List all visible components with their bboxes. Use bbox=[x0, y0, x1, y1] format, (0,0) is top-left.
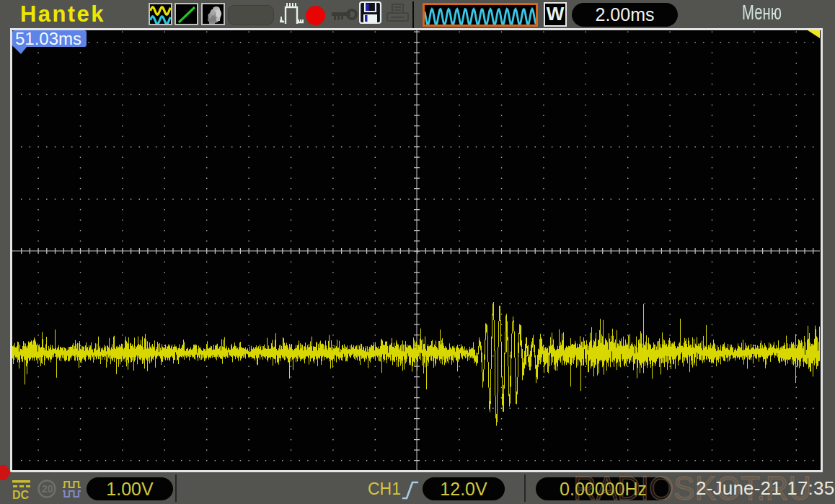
svg-text:20: 20 bbox=[42, 483, 53, 495]
svg-text:51.03ms: 51.03ms bbox=[15, 30, 81, 48]
svg-text:DC: DC bbox=[12, 489, 30, 500]
